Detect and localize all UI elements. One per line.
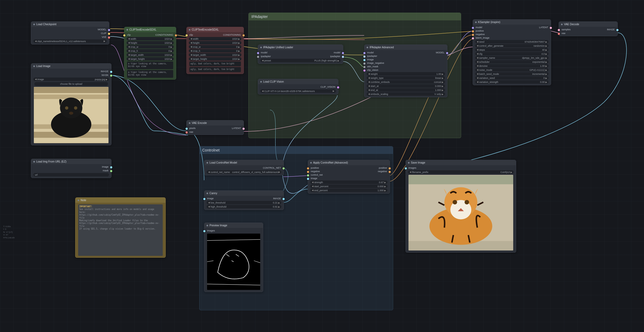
start-percent-widget[interactable]: ◀start_percent0.000 ▶ — [310, 185, 388, 188]
tgth-widget[interactable]: ◀target_height1024 ▶ — [126, 57, 174, 61]
svg-point-17 — [453, 200, 457, 205]
cfg-widget[interactable]: ◀cfg4.0 ▶ — [475, 52, 549, 56]
seed-widget[interactable]: ◀seed974254838475807 ▶ — [475, 40, 549, 43]
batch-seed-mode-widget[interactable]: ◀batch_seed_modeincremental ▶ — [475, 72, 549, 76]
prompt-text-l[interactable]: ugly, bad colors, dark, too bright — [189, 67, 241, 72]
strength-widget[interactable]: ◀strength0.67 ▶ — [310, 180, 388, 184]
upload-button[interactable]: choose file to upload — [34, 82, 108, 86]
scheduler-widget[interactable]: ◀schedulerexponential ▶ — [475, 60, 549, 64]
input-positive: positive — [476, 29, 484, 32]
node-load-controlnet[interactable]: Load ControlNet Model CONTROL_NET ◀contr… — [204, 160, 284, 175]
output-mask: MASK — [32, 73, 110, 77]
image-preview — [34, 87, 108, 143]
croph-widget[interactable]: ◀crop_h0 ▶ — [126, 49, 174, 53]
output-image: image — [32, 165, 110, 169]
input-control-net: control_net — [311, 174, 323, 176]
image-select[interactable]: ◀imagepuppy.jpg ▶ — [33, 78, 109, 81]
denoise-widget[interactable]: ◀denoise1.00 ▶ — [475, 64, 549, 68]
input-model: model — [367, 51, 374, 54]
croph-widget[interactable]: ◀crop_h0 ▶ — [189, 49, 241, 53]
preview-thumbnail — [207, 234, 260, 290]
cropw-widget[interactable]: ◀crop_w0 ▶ — [189, 45, 241, 49]
input-vae: vae — [562, 32, 566, 35]
node-vae-decode[interactable]: VAE Decode samplesIMAGE vae — [559, 21, 618, 36]
prompt-text-l[interactable]: a tiger looking at the camera, birds eye… — [127, 70, 173, 78]
high-threshold-widget[interactable]: ◀high_threshold0.91 ▶ — [207, 205, 281, 208]
cropw-widget[interactable]: ◀crop_w0 ▶ — [126, 45, 174, 49]
start-at-widget[interactable]: ◀start_at0.000 ▶ — [367, 84, 445, 88]
svg-rect-12 — [408, 175, 513, 184]
input-image: image — [311, 177, 317, 180]
preset-select[interactable]: ◀presetPLUS (high strength) ▶ — [260, 59, 341, 62]
svg-point-18 — [465, 200, 469, 205]
weight-type-widget[interactable]: ◀weight_typelinear ▶ — [367, 76, 445, 80]
input-model: model — [261, 51, 267, 54]
width-widget[interactable]: ◀width1024 ▶ — [126, 37, 174, 40]
tgtw-widget[interactable]: ◀target_width1024 ▶ — [126, 53, 174, 57]
node-apply-controlnet[interactable]: Apply ControlNet (Advanced) positiveposi… — [308, 160, 390, 194]
node-load-clip-vision[interactable]: Load CLIP Vision CLIP_VISION ◀CLIP-ViT-H… — [258, 79, 338, 94]
input-attn-mask: attn_mask — [367, 65, 378, 68]
output-conditioning: CONDITIONING — [155, 34, 173, 36]
clip-name-select[interactable]: ◀CLIP-ViT-H-14-laion2B-s32B-b79K.safeten… — [260, 89, 336, 93]
tgtw-widget[interactable]: ◀target_width1024 ▶ — [189, 53, 241, 57]
input-image-negative: image_negative — [367, 62, 384, 64]
node-preview-image[interactable]: Preview Image images — [204, 223, 263, 292]
variation-strength-widget[interactable]: ◀variation_strength0.00 ▶ — [475, 80, 549, 84]
ckpt-name-select[interactable]: ◀ckpt_nametimelessxlSDXL1_v12.safetensor… — [33, 39, 107, 43]
sampler-name-widget[interactable]: ◀sampler_namedpmpp_3m_sde_gpu ▶ — [475, 56, 549, 60]
node-save-image[interactable]: Save Image images ◀filename_prefixComfyU… — [406, 160, 516, 253]
node-clip-negative[interactable]: CLIPTextEncodeSDXL clipCONDITIONING ◀wid… — [186, 27, 244, 74]
input-ipadapter: ipadapter — [261, 55, 271, 58]
node-ipadapter-unified-loader[interactable]: IPAdapter Unified Loader modelmodel ipad… — [258, 45, 343, 64]
node-graph-canvas[interactable]: IPAdapter Controlnet Load Checkpoint MOD… — [0, 0, 644, 332]
output-image-preview — [408, 175, 513, 250]
node-clip-positive[interactable]: CLIPTextEncodeSDXL clipCONDITIONING ◀wid… — [124, 27, 176, 80]
end-at-widget[interactable]: ◀end_at1.000 ▶ — [367, 88, 445, 92]
prompt-text-g[interactable]: ugly, bad colors, dark, too bright — [189, 61, 241, 66]
tgth-widget[interactable]: ◀target_height1024 ▶ — [189, 57, 241, 61]
input-pixels: pixels — [189, 127, 196, 130]
output-clip-vision: CLIP_VISION — [320, 86, 335, 88]
url-input[interactable]: url — [33, 173, 109, 176]
node-ipadapter-advanced[interactable]: IPAdapter Advanced modelMODEL ipadapter … — [364, 45, 447, 97]
input-vae: vae — [189, 131, 193, 133]
weight-widget[interactable]: ◀weight1.00 ▶ — [367, 72, 445, 76]
controlnet-model-select[interactable]: ◀control_net_name control_diffusers_xl_c… — [207, 170, 281, 174]
combine-embeds-widget[interactable]: ◀combine_embedsconcat ▶ — [367, 80, 445, 84]
node-ksampler[interactable]: KSampler (inspire) modelLATENT positive … — [473, 19, 551, 85]
chevron-right-icon: ▶ — [104, 40, 105, 42]
width-widget[interactable]: ◀width1024 ▶ — [189, 37, 241, 40]
node-vae-encode[interactable]: VAE Encode pixelsLATENT vae — [186, 120, 244, 135]
prompt-text-g[interactable]: a tiger looking at the camera, birds eye… — [127, 61, 173, 69]
input-negative: negative — [311, 170, 320, 173]
note-text[interactable]: IMPORTANT! See install instructions and … — [78, 204, 163, 256]
output-negative: negative — [378, 170, 387, 173]
embeds-scaling-widget[interactable]: ◀embeds_scalingV only ▶ — [367, 92, 445, 96]
input-positive: positive — [311, 167, 319, 169]
input-model: model — [476, 26, 482, 29]
height-widget[interactable]: ◀height1024 ▶ — [126, 41, 174, 45]
low-threshold-widget[interactable]: ◀low_threshold0.21 ▶ — [207, 201, 281, 204]
node-load-image[interactable]: Load Image IMAGE MASK ◀imagepuppy.jpg ▶ … — [31, 63, 111, 145]
input-clip: clip — [189, 34, 193, 36]
end-percent-widget[interactable]: ◀end_percent1.000 ▶ — [310, 189, 388, 192]
output-mask: mask — [32, 169, 110, 172]
filename-prefix-widget[interactable]: ◀filename_prefixComfyUI ▶ — [408, 170, 514, 174]
height-widget[interactable]: ◀height1024 ▶ — [189, 41, 241, 45]
output-model: MODEL — [436, 51, 444, 54]
noise-mode-widget[interactable]: ◀noise_modeGPU(=A1111) ▶ — [475, 68, 549, 72]
input-image: image — [367, 58, 374, 61]
svg-point-8 — [74, 106, 77, 109]
output-image: IMAGE — [273, 197, 281, 200]
control-after-gen-widget[interactable]: ◀control_after_generaterandomize ▶ — [475, 44, 549, 47]
node-load-img-url[interactable]: Load Img From URL (EZ) image mask url — [31, 159, 111, 178]
node-canny[interactable]: Canny imageIMAGE ◀low_threshold0.21 ▶ ◀h… — [204, 190, 284, 210]
node-load-checkpoint[interactable]: Load Checkpoint MODEL CLIP VAE ◀ckpt_nam… — [31, 21, 109, 45]
variation-seed-widget[interactable]: ◀variation_seed0 ▶ — [475, 76, 549, 80]
input-images: images — [207, 229, 215, 232]
node-note[interactable]: Note IMPORTANT! See install instructions… — [75, 197, 166, 258]
output-positive: positive — [379, 167, 387, 169]
steps-widget[interactable]: ◀steps40 ▶ — [475, 48, 549, 51]
input-images: images — [408, 167, 416, 169]
